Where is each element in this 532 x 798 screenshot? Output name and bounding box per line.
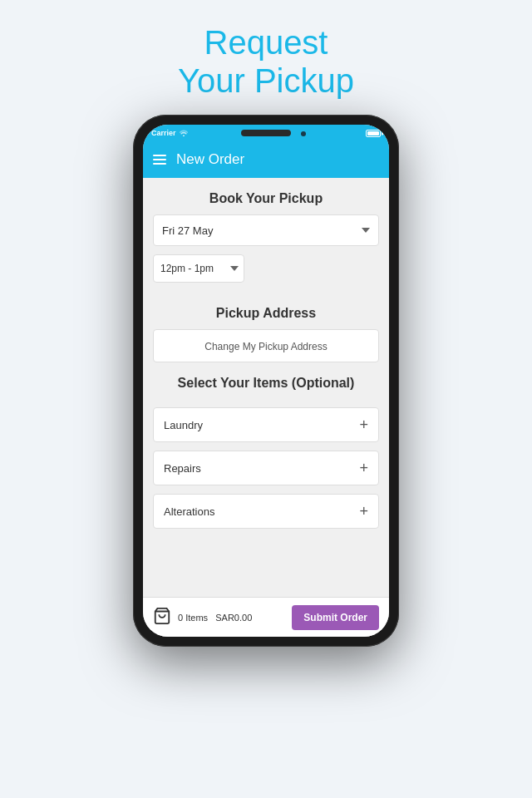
list-item-repairs[interactable]: Repairs + <box>153 451 379 485</box>
time-select[interactable]: 12pm - 1pm 1pm - 2pm 2pm - 3pm 3pm - 4pm <box>154 255 244 282</box>
status-bar: Carrier 3:23 PM <box>143 125 389 141</box>
page-title-line1: Request <box>204 24 328 61</box>
address-section-title: Pickup Address <box>143 293 389 329</box>
time-select-wrapper: 12pm - 1pm 1pm - 2pm 2pm - 3pm 3pm - 4pm <box>153 254 244 283</box>
items-list: Laundry + Repairs + Alterations + <box>143 407 389 529</box>
hamburger-line <box>153 155 166 156</box>
list-item-laundry[interactable]: Laundry + <box>153 407 379 442</box>
hamburger-line <box>153 163 166 165</box>
item-label-alterations: Alterations <box>164 505 214 518</box>
booking-form: Fri 27 May Sat 28 May Sun 29 May Mon 30 … <box>143 214 389 283</box>
address-box[interactable]: Change My Pickup Address <box>153 329 379 362</box>
items-section-title: Select Your Items (Optional) <box>143 362 389 399</box>
total-amount: SAR0.00 <box>215 613 252 623</box>
item-label-repairs: Repairs <box>164 462 201 475</box>
bottom-bar: 0 Items SAR0.00 Submit Order <box>143 597 389 637</box>
cart-items-count: 0 Items SAR0.00 <box>178 613 252 623</box>
item-plus-repairs: + <box>359 461 368 475</box>
phone-screen: Carrier 3:23 PM New Order <box>143 125 389 637</box>
page-heading: Request Your Pickup <box>178 23 354 100</box>
status-bar-left: Carrier <box>151 129 188 137</box>
item-plus-alterations: + <box>359 504 368 519</box>
cart-info: 0 Items SAR0.00 <box>153 607 252 628</box>
battery-fill <box>367 131 379 135</box>
booking-section-title: Book Your Pickup <box>143 178 389 214</box>
items-count-label: 0 Items <box>178 613 208 623</box>
date-select-wrapper: Fri 27 May Sat 28 May Sun 29 May Mon 30 … <box>153 214 379 246</box>
carrier-label: Carrier <box>151 129 176 137</box>
app-header: New Order <box>143 141 389 178</box>
app-content: Book Your Pickup Fri 27 May Sat 28 May S… <box>143 178 389 597</box>
header-title: New Order <box>176 151 244 168</box>
cart-icon-wrapper <box>153 607 171 628</box>
hamburger-menu-icon[interactable] <box>153 155 166 165</box>
status-time: 3:23 PM <box>263 129 291 137</box>
battery-icon <box>366 130 381 137</box>
status-bar-right <box>366 130 381 137</box>
hamburger-line <box>153 159 166 160</box>
date-select[interactable]: Fri 27 May Sat 28 May Sun 29 May Mon 30 … <box>154 215 378 245</box>
submit-order-button[interactable]: Submit Order <box>292 605 379 630</box>
item-plus-laundry: + <box>359 417 368 432</box>
wifi-icon <box>180 130 188 136</box>
list-item-alterations[interactable]: Alterations + <box>153 494 379 529</box>
change-address-label: Change My Pickup Address <box>204 341 327 352</box>
phone-shell: Carrier 3:23 PM New Order <box>133 115 399 647</box>
cart-icon <box>153 607 171 625</box>
item-label-laundry: Laundry <box>164 419 203 431</box>
page-title-line2: Your Pickup <box>178 62 354 99</box>
